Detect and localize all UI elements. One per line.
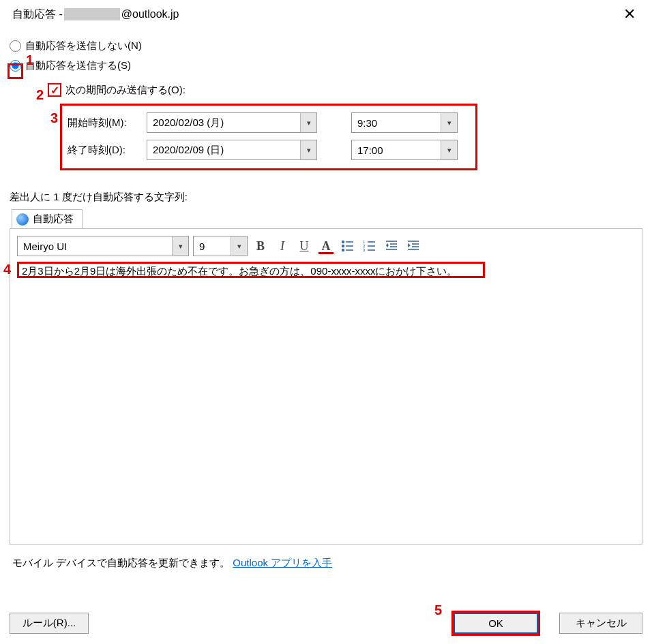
radio-send[interactable]: [10, 60, 21, 72]
svg-marker-16: [386, 243, 389, 245]
font-color-icon[interactable]: A: [317, 237, 335, 255]
bullet-list-icon[interactable]: [339, 237, 357, 255]
start-date-select[interactable]: 2020/02/03 (月) ▾: [147, 112, 317, 133]
email-redacted: [64, 8, 120, 20]
message-description: 差出人に 1 度だけ自動応答する文字列:: [10, 191, 642, 204]
svg-point-4: [342, 249, 344, 251]
radio-dont-send[interactable]: [10, 40, 21, 52]
underline-icon[interactable]: U: [295, 237, 313, 255]
radio-dont-send-row[interactable]: 自動応答を送信しない(N): [10, 40, 642, 52]
end-date-select[interactable]: 2020/02/09 (日) ▾: [147, 140, 317, 160]
mobile-hint: モバイル デバイスで自動応答を更新できます。 Outlook アプリを入手: [12, 557, 642, 570]
checkbox-period-label: 次の期間のみ送信する(O):: [65, 84, 186, 97]
chevron-down-icon[interactable]: ▾: [441, 113, 457, 132]
bold-icon[interactable]: B: [252, 237, 269, 255]
svg-point-0: [342, 241, 344, 243]
editor-panel: Meiryo UI ▾ 9 ▾ B I U A 123 2月3: [10, 228, 642, 545]
chevron-down-icon[interactable]: ▾: [172, 236, 188, 256]
outdent-icon[interactable]: [383, 237, 400, 255]
globe-icon: [16, 213, 29, 226]
radio-send-label: 自動応答を送信する(S): [25, 59, 131, 72]
end-time-select[interactable]: 17:00 ▾: [351, 140, 458, 160]
checkbox-period[interactable]: ✓: [48, 83, 61, 97]
title-suffix: @outlook.jp: [121, 8, 179, 20]
chevron-down-icon[interactable]: ▾: [231, 236, 247, 256]
font-size-select[interactable]: 9 ▾: [193, 236, 248, 256]
time-range-block: 開始時刻(M): 2020/02/03 (月) ▾ 9:30 ▾ 終了時刻(D)…: [60, 104, 477, 170]
ok-annotation-box: OK: [451, 611, 540, 636]
editor-toolbar: Meiryo UI ▾ 9 ▾ B I U A 123: [17, 236, 635, 256]
close-icon[interactable]: ✕: [615, 4, 644, 25]
checkbox-period-row[interactable]: ✓ 次の期間のみ送信する(O):: [48, 83, 642, 97]
svg-point-2: [342, 245, 344, 247]
outlook-app-link[interactable]: Outlook アプリを入手: [233, 557, 332, 568]
indent-icon[interactable]: [404, 237, 422, 255]
font-select[interactable]: Meiryo UI ▾: [17, 236, 189, 256]
tab-auto-reply[interactable]: 自動応答: [12, 209, 83, 228]
title-prefix: 自動応答 -: [12, 7, 63, 22]
rules-button[interactable]: ルール(R)...: [10, 613, 89, 634]
cancel-button[interactable]: キャンセル: [559, 613, 642, 634]
chevron-down-icon[interactable]: ▾: [300, 113, 316, 132]
message-body-input[interactable]: 2月3日から2月9日は海外出張のため不在です。お急ぎの方は、090-xxxx-x…: [17, 262, 485, 278]
svg-marker-17: [386, 245, 389, 247]
chevron-down-icon[interactable]: ▾: [441, 140, 457, 159]
radio-dont-send-label: 自動応答を送信しない(N): [25, 40, 142, 52]
italic-icon[interactable]: I: [273, 237, 291, 255]
message-body-area[interactable]: [17, 281, 635, 538]
end-time-label: 終了時刻(D):: [68, 144, 147, 157]
number-list-icon[interactable]: 123: [361, 237, 379, 255]
title-bar: 自動応答 - @outlook.jp ✕: [0, 0, 652, 27]
chevron-down-icon[interactable]: ▾: [300, 140, 316, 159]
radio-send-row[interactable]: 自動応答を送信する(S): [10, 59, 642, 72]
svg-marker-22: [408, 243, 411, 247]
ok-button[interactable]: OK: [454, 613, 538, 634]
dialog-buttons: ルール(R)... OK キャンセル: [10, 611, 642, 636]
svg-text:3: 3: [363, 248, 366, 252]
start-time-select[interactable]: 9:30 ▾: [351, 112, 458, 133]
start-time-label: 開始時刻(M):: [68, 117, 147, 129]
